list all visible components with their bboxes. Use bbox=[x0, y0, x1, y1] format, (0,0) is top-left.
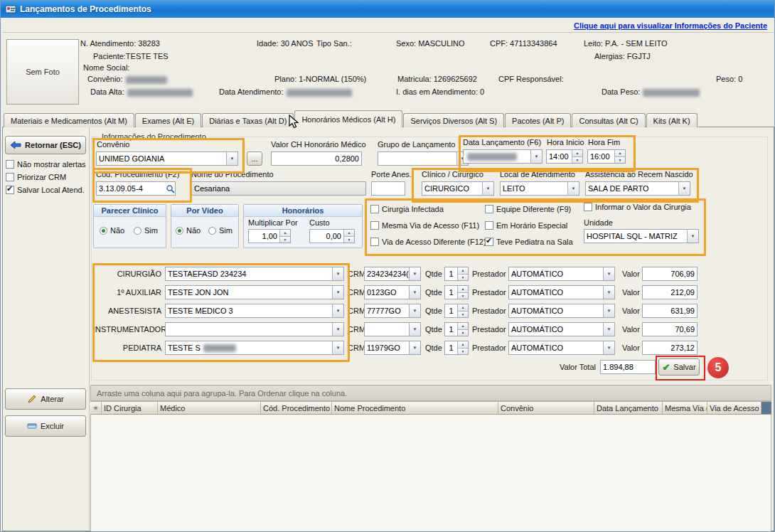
chevron-down-icon[interactable]: ▼ bbox=[409, 267, 420, 280]
tab-materiais[interactable]: Materiais e Medicamentos (Alt M) bbox=[4, 113, 134, 127]
via-acesso-diferente-checkbox[interactable]: Via de Acesso Diferente (F12) bbox=[370, 238, 486, 246]
cod-procedimento-input[interactable]: 3.13.09.05-4 bbox=[96, 181, 176, 196]
chevron-down-icon[interactable]: ▼ bbox=[226, 152, 237, 165]
chevron-down-icon[interactable]: ▼ bbox=[332, 323, 343, 336]
cirurgia-infectada-checkbox[interactable]: Cirurgia Infectada bbox=[370, 205, 444, 213]
valor-ch-input[interactable]: 0,2800 bbox=[271, 151, 362, 166]
assistencia-recem-nascido-select[interactable]: SALA DE PARTO ▼ bbox=[585, 181, 690, 196]
spinner-buttons[interactable]: ▲▼ bbox=[457, 267, 468, 280]
grid-groupby-band[interactable]: Arraste uma coluna aqui para agrupa-la. … bbox=[90, 385, 771, 401]
spinner-down-icon[interactable]: ▼ bbox=[458, 311, 468, 318]
chevron-down-icon[interactable]: ▼ bbox=[567, 182, 579, 195]
grid-column-convenio[interactable]: Convênio bbox=[498, 401, 594, 415]
convenio-browse-button[interactable]: ... bbox=[247, 151, 262, 166]
teve-pediatra-checkbox[interactable]: Teve Pediatra na Sala bbox=[485, 238, 573, 246]
checkbox-icon[interactable] bbox=[370, 221, 379, 230]
grid-column-data-lancamento[interactable]: Data Lançamento bbox=[594, 401, 663, 415]
patient-info-link[interactable]: Clique aqui para visualizar Informações … bbox=[574, 21, 767, 30]
video-sim-radio[interactable]: Sim bbox=[208, 226, 232, 235]
crm-select[interactable]: 234234234( ▼ bbox=[364, 267, 421, 281]
tab-honorarios-medicos[interactable]: Honorários Médicos (Alt H) bbox=[294, 110, 402, 127]
prestador-select[interactable]: AUTOMÁTICO ▼ bbox=[508, 267, 615, 281]
spinner-down-icon[interactable]: ▼ bbox=[615, 156, 625, 164]
video-nao-radio[interactable]: Não bbox=[176, 226, 201, 235]
radio-icon[interactable] bbox=[134, 227, 141, 235]
tab-servicos-diversos[interactable]: Serviços Diversos (Alt S) bbox=[403, 113, 504, 127]
spinner-down-icon[interactable]: ▼ bbox=[458, 292, 468, 299]
chevron-down-icon[interactable]: ▼ bbox=[678, 182, 690, 195]
checkbox-icon[interactable] bbox=[584, 203, 592, 211]
local-atendimento-select[interactable]: LEITO ▼ bbox=[500, 181, 579, 196]
grid-scroll-button[interactable] bbox=[761, 401, 771, 415]
tab-consultas[interactable]: Consultas (Alt C) bbox=[572, 113, 645, 127]
spinner-up-icon[interactable]: ▲ bbox=[344, 230, 354, 236]
physician-name-select[interactable]: TESTE JON JON ▼ bbox=[165, 285, 344, 299]
qtde-spinner[interactable]: 1 ▲▼ bbox=[444, 285, 469, 299]
spinner-buttons[interactable]: ▲▼ bbox=[457, 304, 468, 317]
checkbox-icon[interactable] bbox=[485, 238, 493, 246]
prestador-select[interactable]: AUTOMÁTICO ▼ bbox=[508, 341, 615, 355]
physician-name-select[interactable]: TESTE MEDICO 3 ▼ bbox=[165, 304, 344, 318]
porte-anes-input[interactable] bbox=[371, 181, 405, 196]
chevron-down-icon[interactable]: ▼ bbox=[409, 341, 420, 354]
spinner-buttons[interactable]: ▲▼ bbox=[457, 323, 468, 336]
hora-inicio-spinner[interactable]: 14:00 ▲▼ bbox=[546, 149, 583, 164]
tab-kits[interactable]: Kits (Alt K) bbox=[646, 113, 698, 127]
chevron-down-icon[interactable]: ▼ bbox=[332, 267, 343, 280]
spinner-buttons[interactable]: ▲▼ bbox=[343, 230, 354, 243]
spinner-down-icon[interactable]: ▼ bbox=[458, 329, 468, 336]
physician-name-select[interactable]: ▼ bbox=[165, 322, 344, 336]
chevron-down-icon[interactable]: ▼ bbox=[409, 286, 420, 299]
chevron-down-icon[interactable]: ▼ bbox=[332, 286, 343, 299]
grid-column-id-cirurgia[interactable]: ID Cirurgia bbox=[102, 401, 158, 415]
spinner-up-icon[interactable]: ▲ bbox=[458, 341, 468, 348]
horario-especial-checkbox[interactable]: Em Horário Especial bbox=[485, 221, 567, 230]
chevron-down-icon[interactable]: ▼ bbox=[603, 267, 614, 280]
grid-column-via-de-acesso[interactable]: Via de Acesso bbox=[707, 401, 761, 415]
equipe-diferente-checkbox[interactable]: Equipe Diferente (F9) bbox=[485, 205, 571, 213]
checkbox-icon[interactable] bbox=[485, 221, 493, 230]
crm-select[interactable]: ▼ bbox=[364, 322, 421, 336]
chevron-down-icon[interactable]: ▼ bbox=[409, 323, 420, 336]
grid-indicator-column[interactable]: ✳ bbox=[90, 401, 102, 415]
checkbox-icon[interactable] bbox=[6, 186, 14, 194]
data-lancamento-select[interactable]: ▼ bbox=[463, 149, 542, 164]
spinner-up-icon[interactable]: ▲ bbox=[458, 304, 468, 311]
search-icon[interactable] bbox=[166, 184, 175, 193]
mesma-via-acesso-checkbox[interactable]: Mesma Via de Acesso (F11) bbox=[370, 221, 479, 230]
spinner-up-icon[interactable]: ▲ bbox=[458, 267, 468, 274]
salvar-button[interactable]: ✔ Salvar bbox=[658, 358, 700, 376]
priorizar-crm-checkbox[interactable]: Priorizar CRM bbox=[6, 173, 66, 181]
spinner-down-icon[interactable]: ▼ bbox=[458, 274, 468, 281]
excluir-button[interactable]: Excluir bbox=[5, 415, 86, 437]
checkbox-icon[interactable] bbox=[6, 173, 14, 181]
spinner-buttons[interactable]: ▲▼ bbox=[572, 150, 582, 163]
parecer-nao-radio[interactable]: Não bbox=[100, 226, 124, 235]
grid-column-nome-procedimento[interactable]: Nome Procedimento bbox=[332, 401, 498, 415]
crm-select[interactable]: 77777GO ▼ bbox=[364, 304, 421, 318]
valor-input[interactable]: 212,09 bbox=[642, 285, 698, 299]
radio-icon[interactable] bbox=[100, 227, 107, 235]
checkbox-icon[interactable] bbox=[370, 205, 379, 213]
clinico-cirurgico-select[interactable]: CIRURGICO ▼ bbox=[422, 181, 494, 196]
crm-select[interactable]: 0123GO ▼ bbox=[364, 285, 421, 299]
multiplicar-por-spinner[interactable]: 1,00 ▲▼ bbox=[248, 229, 291, 243]
prestador-select[interactable]: AUTOMÁTICO ▼ bbox=[508, 285, 615, 299]
valor-input[interactable]: 70,69 bbox=[642, 322, 698, 336]
chevron-down-icon[interactable]: ▼ bbox=[603, 304, 614, 317]
grid-column-cod-procedimento[interactable]: Cód. Procedimento bbox=[261, 401, 332, 415]
chevron-down-icon[interactable]: ▼ bbox=[603, 323, 614, 336]
convenio-select[interactable]: UNIMED GOIANIA ▼ bbox=[96, 151, 238, 166]
radio-icon[interactable] bbox=[208, 227, 216, 235]
grid-column-mesma-via[interactable]: Mesma Via ( bbox=[663, 401, 707, 415]
spinner-up-icon[interactable]: ▲ bbox=[280, 230, 290, 236]
chevron-down-icon[interactable]: ▼ bbox=[409, 304, 420, 317]
grid-column-medico[interactable]: Médico bbox=[158, 401, 261, 415]
grid-body[interactable] bbox=[90, 415, 771, 531]
spinner-up-icon[interactable]: ▲ bbox=[572, 150, 582, 156]
qtde-spinner[interactable]: 1 ▲▼ bbox=[444, 322, 469, 336]
spinner-buttons[interactable]: ▲▼ bbox=[279, 230, 290, 243]
parecer-sim-radio[interactable]: Sim bbox=[134, 226, 158, 235]
spinner-down-icon[interactable]: ▼ bbox=[458, 348, 468, 355]
chevron-down-icon[interactable]: ▼ bbox=[687, 230, 698, 243]
